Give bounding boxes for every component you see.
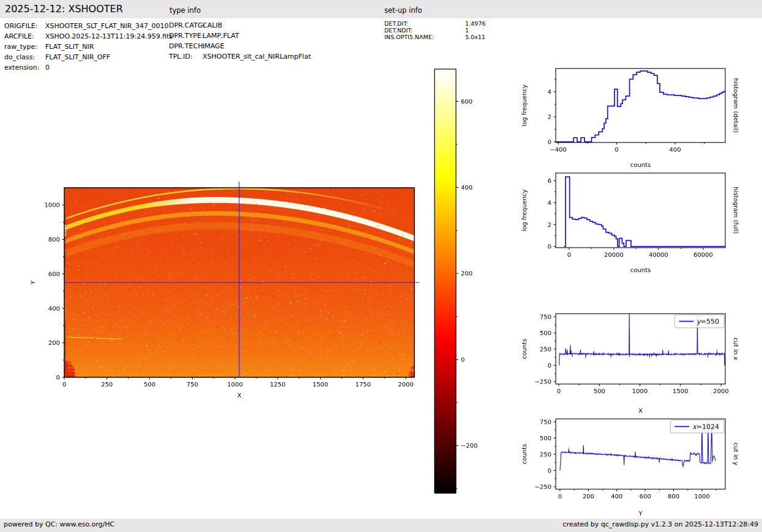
meta-label: ORIGFILE: (4, 21, 37, 31)
header-bar: 2025-12-12: XSHOOTER type info set-up in… (0, 0, 762, 18)
meta-value: XSHOO.2025-12-13T11:19:24.959.fits (45, 31, 173, 42)
page-title: 2025-12-12: XSHOOTER (5, 3, 123, 15)
meta-value: XSHOOTER_slt_cal_NIRLampFlat (203, 51, 311, 62)
meta-label: do_class: (4, 52, 35, 62)
meta-label: DET.NDIT: (384, 27, 413, 34)
meta-label: TPL.ID: (169, 51, 192, 62)
meta-value: 5.0x11 (465, 34, 485, 40)
meta-label: DPR.TYPE: (169, 31, 204, 41)
meta-value: XSHOOTER_SLT_FLAT_NIR_347_0010 (45, 21, 168, 31)
meta-label: DPR.TECH: (169, 41, 205, 51)
meta-label: DET.DIT: (384, 20, 408, 27)
meta-label: extension: (4, 62, 39, 73)
colorbar (427, 64, 496, 501)
footer-right-text: created by qc_rawdisp.py v1.2.3 on 2025-… (562, 520, 758, 528)
qc-report-page: 2025-12-12: XSHOOTER type info set-up in… (0, 0, 762, 532)
meta-label: DPR.CATG: (169, 20, 205, 31)
meta-label: INS.OPTI5.NAME: (384, 34, 434, 40)
meta-value: 1 (465, 27, 469, 34)
histogram-full-plot (517, 161, 762, 275)
histogram-detail-plot (517, 57, 762, 171)
type-info-heading: type info (170, 6, 201, 15)
meta-value: CALIB (203, 20, 222, 31)
meta-value: FLAT_SLIT_NIR_OFF (45, 52, 110, 62)
meta-value: 1.4976 (465, 20, 485, 27)
footer-left-text: powered by QC: www.eso.org/HC (4, 520, 114, 528)
meta-value: FLAT_SLIT_NIR (45, 42, 94, 52)
meta-label: ARCFILE: (4, 31, 34, 42)
detector-image-plot (24, 176, 428, 408)
cut-in-x-plot (517, 302, 762, 419)
meta-label: raw_type: (4, 42, 37, 52)
meta-value: LAMP,FLAT (203, 31, 239, 41)
meta-value: IMAGE (203, 41, 225, 51)
setup-info-heading: set-up info (384, 6, 422, 15)
cut-in-y-plot (517, 407, 762, 519)
meta-value: 0 (45, 62, 50, 73)
